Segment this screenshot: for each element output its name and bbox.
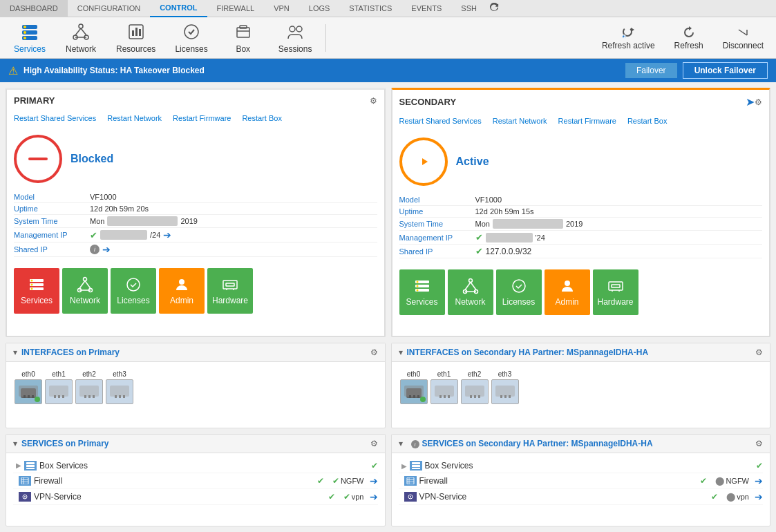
secondary-fw-link-icon[interactable]: ➔: [755, 475, 763, 486]
failover-button[interactable]: Failover: [625, 63, 677, 78]
nav-configuration[interactable]: CONFIGURATION: [68, 0, 150, 17]
top-refresh-icon[interactable]: [486, 0, 502, 17]
svg-rect-80: [417, 395, 419, 398]
svg-line-9: [75, 28, 81, 35]
nav-firewall[interactable]: FIREWALL: [207, 0, 265, 17]
svg-rect-13: [132, 30, 134, 36]
primary-services-panel: ▾ SERVICES on Primary ⚙ ▶ Box Services ✔…: [6, 434, 386, 526]
svg-rect-74: [119, 395, 121, 398]
nav-vpn[interactable]: VPN: [264, 0, 299, 17]
primary-restart-network[interactable]: Restart Network: [107, 114, 162, 122]
secondary-svc-admin[interactable]: Admin: [545, 269, 590, 315]
nav-statistics[interactable]: STATISTICS: [339, 0, 401, 17]
secondary-svc-hardware[interactable]: Hardware: [593, 269, 638, 315]
primary-fw-link-icon[interactable]: ➔: [370, 475, 378, 486]
primary-services-settings-icon[interactable]: ⚙: [370, 439, 378, 448]
secondary-mgmtip-row: Management IP ✔ ████████'24: [399, 231, 763, 245]
primary-services-header: ▾ SERVICES on Primary ⚙: [6, 435, 385, 453]
svg-rect-79: [413, 395, 415, 398]
nav-events[interactable]: EVENTS: [401, 0, 451, 17]
secondary-services-title: SERVICES on Secondary HA Partner: MSpann…: [422, 439, 653, 448]
toolbar-network[interactable]: Network: [57, 17, 105, 58]
primary-services-collapse-icon[interactable]: ▾: [13, 439, 17, 448]
secondary-svc-licenses[interactable]: Licenses: [496, 269, 542, 315]
secondary-services-i-icon: i: [411, 440, 419, 448]
primary-mgmtip-label: Management IP: [14, 231, 90, 239]
toolbar-resources[interactable]: Resources: [108, 17, 164, 58]
nav-logs[interactable]: LOGS: [299, 0, 340, 17]
primary-sharedip-value: i ➔: [90, 244, 111, 255]
svg-line-33: [85, 281, 91, 289]
toolbar-right-actions: 1 Refresh active Refresh Disconnect: [595, 23, 770, 53]
secondary-circle-arrow-icon[interactable]: ➤: [746, 95, 755, 108]
nav-ssh[interactable]: SSH: [451, 0, 486, 17]
primary-settings-icon[interactable]: ⚙: [370, 96, 377, 106]
blocked-icon: [28, 158, 48, 160]
secondary-box-expand-icon[interactable]: ▶: [401, 462, 407, 470]
primary-restart-shared[interactable]: Restart Shared Services: [14, 114, 96, 122]
primary-interfaces-settings-icon[interactable]: ⚙: [370, 348, 378, 357]
primary-svc-network[interactable]: Network: [62, 268, 108, 314]
disconnect-button[interactable]: Disconnect: [716, 23, 770, 53]
primary-fw-name: Firewall: [34, 476, 317, 486]
primary-interfaces-collapse-icon[interactable]: ▾: [13, 348, 17, 357]
primary-iface-eth2-img: [75, 379, 103, 404]
secondary-vpn-link-icon[interactable]: ➔: [755, 491, 763, 502]
secondary-svc-network[interactable]: Network: [448, 269, 493, 315]
toolbar-sessions[interactable]: Sessions: [270, 17, 321, 58]
primary-restart-firmware[interactable]: Restart Firmware: [173, 114, 231, 122]
secondary-restart-box[interactable]: Restart Box: [627, 117, 667, 125]
secondary-services-collapse-icon[interactable]: ▾: [399, 439, 403, 448]
secondary-model-label: Model: [399, 196, 475, 204]
nav-control[interactable]: CONTROL: [150, 0, 207, 17]
primary-mgmtip-row: Management IP ✔ ████████/24 ➔: [14, 228, 377, 243]
refresh-active-button[interactable]: 1 Refresh active: [595, 23, 662, 53]
primary-svc-services[interactable]: Services: [14, 268, 59, 314]
toolbar-box[interactable]: Box: [219, 17, 267, 58]
primary-iface-eth1: eth1: [45, 370, 73, 404]
secondary-ngfw-label: NGFW: [726, 477, 749, 485]
secondary-interfaces-settings-icon[interactable]: ⚙: [755, 348, 763, 357]
svg-rect-89: [495, 386, 515, 397]
primary-vpn-status-icon: ✔: [328, 492, 335, 502]
secondary-status-circle: [399, 137, 448, 186]
primary-panel: PRIMARY ⚙ Restart Shared Services Restar…: [6, 88, 386, 337]
secondary-restart-firmware[interactable]: Restart Firmware: [558, 117, 616, 125]
secondary-service-box: ▶ Box Services ✔: [399, 459, 764, 473]
secondary-settings-icon[interactable]: ⚙: [755, 97, 762, 107]
toolbar-licenses[interactable]: Licenses: [167, 17, 216, 58]
secondary-services-settings-icon[interactable]: ⚙: [755, 439, 763, 448]
primary-mgmtip-link-icon[interactable]: ➔: [163, 229, 171, 240]
secondary-iface-eth0-label: eth0: [407, 370, 420, 378]
primary-iface-eth2: eth2: [75, 370, 103, 404]
primary-iface-eth1-label: eth1: [52, 370, 65, 378]
primary-svc-licenses[interactable]: Licenses: [111, 268, 156, 314]
primary-vpn-link-icon[interactable]: ➔: [370, 491, 378, 502]
secondary-iface-eth1: eth1: [430, 370, 458, 404]
primary-uptime-row: Uptime 12d 20h 59m 20s: [14, 203, 377, 215]
primary-svc-hardware[interactable]: Hardware: [207, 268, 253, 314]
svg-line-32: [79, 281, 85, 289]
secondary-sharedip-value: ✔ 127.0.0.9/32: [475, 246, 532, 256]
refresh-button[interactable]: Refresh: [668, 23, 710, 53]
primary-service-firewall: Firewall ✔ ✔ NGFW ➔: [13, 473, 378, 489]
unlock-failover-button[interactable]: Unlock Failover: [683, 62, 768, 79]
svg-rect-17: [237, 28, 249, 37]
svg-rect-77: [404, 386, 424, 397]
primary-model-label: Model: [14, 193, 90, 201]
secondary-svc-services[interactable]: Services: [399, 269, 445, 315]
primary-iface-eth0-label: eth0: [21, 370, 35, 378]
svg-rect-95: [26, 468, 35, 469]
primary-model-row: Model VF1000: [14, 191, 377, 203]
secondary-service-firewall: Firewall ✔ ⬤ NGFW ➔: [399, 473, 764, 489]
primary-svc-admin[interactable]: Admin: [159, 268, 205, 314]
secondary-restart-network[interactable]: Restart Network: [493, 117, 547, 125]
primary-box-expand-icon[interactable]: ▶: [16, 462, 21, 469]
secondary-restart-shared[interactable]: Restart Shared Services: [399, 117, 482, 125]
primary-model-value: VF1000: [90, 193, 117, 201]
toolbar-services[interactable]: Services: [6, 17, 54, 58]
primary-sharedip-link-icon[interactable]: ➔: [102, 244, 111, 255]
primary-restart-box[interactable]: Restart Box: [242, 114, 281, 122]
nav-dashboard[interactable]: DASHBOARD: [0, 0, 68, 17]
secondary-interfaces-collapse-icon[interactable]: ▾: [399, 348, 403, 357]
